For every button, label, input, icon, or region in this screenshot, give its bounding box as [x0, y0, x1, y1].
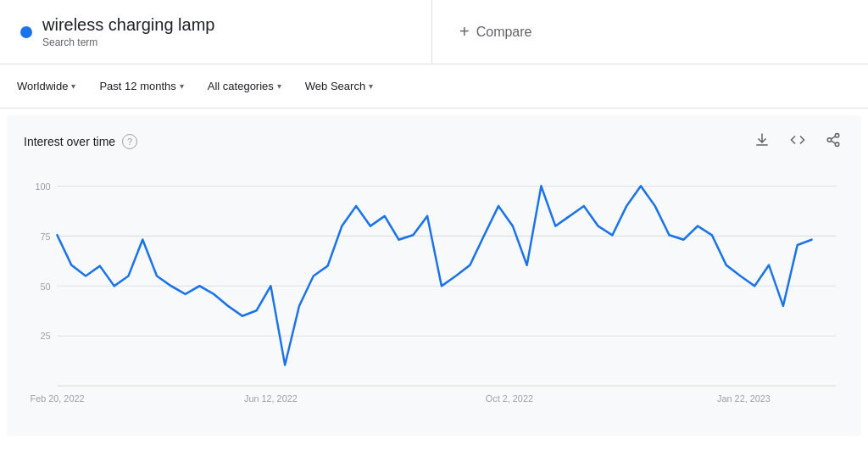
- trend-line: [58, 186, 812, 365]
- svg-text:25: 25: [41, 331, 51, 341]
- plus-icon: +: [459, 22, 470, 42]
- search-type-chevron-icon: ▾: [369, 81, 373, 91]
- blue-dot-indicator: [20, 26, 32, 38]
- search-type-filter-label: Web Search: [305, 80, 365, 92]
- chart-actions: [751, 129, 844, 154]
- time-range-filter-button[interactable]: Past 12 months ▾: [89, 75, 193, 98]
- svg-line-3: [831, 141, 835, 143]
- embed-button[interactable]: [787, 129, 809, 154]
- compare-label: Compare: [476, 25, 532, 40]
- svg-text:Jan 22, 2023: Jan 22, 2023: [717, 393, 771, 404]
- search-term-info: wireless charging lamp Search term: [42, 15, 214, 48]
- location-chevron-icon: ▾: [71, 81, 75, 91]
- chart-header: Interest over time ?: [24, 129, 844, 154]
- chart-container: 100 75 50 25 Feb 20, 2022 Jun 12, 2022 O…: [24, 168, 844, 422]
- compare-area: + Compare: [432, 0, 868, 64]
- search-term-title: wireless charging lamp: [42, 15, 214, 35]
- svg-text:Feb 20, 2022: Feb 20, 2022: [31, 393, 85, 404]
- svg-point-1: [827, 138, 832, 142]
- chart-title: Interest over time: [24, 135, 115, 148]
- header: wireless charging lamp Search term + Com…: [0, 0, 868, 64]
- svg-point-2: [835, 142, 839, 147]
- search-term-area: wireless charging lamp Search term: [0, 0, 432, 64]
- category-filter-label: All categories: [208, 80, 274, 92]
- svg-text:100: 100: [35, 181, 50, 191]
- svg-line-4: [831, 137, 835, 139]
- location-filter-button[interactable]: Worldwide ▾: [7, 75, 86, 98]
- category-chevron-icon: ▾: [277, 81, 281, 91]
- svg-text:Jun 12, 2022: Jun 12, 2022: [244, 393, 298, 404]
- search-type-filter-button[interactable]: Web Search ▾: [295, 75, 383, 98]
- svg-text:75: 75: [41, 231, 51, 241]
- location-filter-label: Worldwide: [17, 80, 68, 92]
- chart-title-area: Interest over time ?: [24, 134, 137, 149]
- filter-bar: Worldwide ▾ Past 12 months ▾ All categor…: [0, 64, 868, 109]
- compare-button[interactable]: + Compare: [459, 22, 532, 42]
- category-filter-button[interactable]: All categories ▾: [198, 75, 292, 98]
- time-range-filter-label: Past 12 months: [99, 80, 175, 92]
- svg-point-0: [835, 134, 839, 138]
- time-range-chevron-icon: ▾: [180, 81, 184, 91]
- search-term-subtitle: Search term: [42, 36, 214, 48]
- help-icon[interactable]: ?: [122, 134, 137, 149]
- download-button[interactable]: [751, 129, 773, 154]
- interest-chart: 100 75 50 25 Feb 20, 2022 Jun 12, 2022 O…: [24, 168, 844, 422]
- share-button[interactable]: [822, 129, 844, 154]
- svg-text:Oct 2, 2022: Oct 2, 2022: [486, 393, 533, 404]
- chart-section: Interest over time ?: [7, 115, 861, 436]
- svg-text:50: 50: [41, 281, 51, 291]
